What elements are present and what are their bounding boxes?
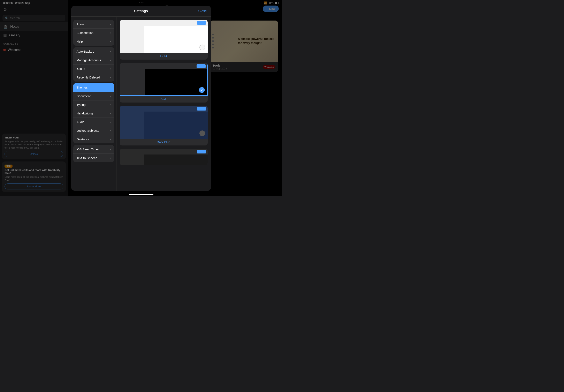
- theme-partial-toolbar: [144, 149, 208, 154]
- settings-item-audio[interactable]: Audio ›: [73, 118, 114, 126]
- theme-light-select-indicator: [199, 45, 205, 50]
- settings-item-help[interactable]: Help ›: [73, 37, 114, 46]
- settings-item-themes[interactable]: Themes: [73, 83, 114, 92]
- theme-darkblue-sidebar: [120, 106, 144, 139]
- settings-item-ios-sleep-timer[interactable]: iOS Sleep Timer ›: [73, 145, 114, 154]
- locked-subjects-label: Locked Subjects: [77, 129, 99, 132]
- close-button[interactable]: Close: [198, 9, 207, 13]
- theme-dark-btn: [197, 64, 206, 68]
- handwriting-chevron: ›: [110, 112, 111, 115]
- settings-item-autobackup[interactable]: Auto-Backup ›: [73, 47, 114, 56]
- settings-group-3: Themes Document › Typing › Handwriting ›: [73, 83, 114, 143]
- theme-card-partial[interactable]: [120, 149, 208, 165]
- document-label: Document: [77, 94, 91, 98]
- theme-partial-sidebar: [120, 149, 144, 165]
- theme-light-main: [144, 20, 208, 53]
- manage-accounts-chevron: ›: [110, 59, 111, 62]
- settings-modal: Settings Close About › Subscription › He…: [71, 6, 211, 191]
- autobackup-chevron: ›: [110, 50, 111, 53]
- locked-subjects-chevron: ›: [110, 129, 111, 132]
- help-label: Help: [77, 40, 83, 43]
- settings-item-typing[interactable]: Typing ›: [73, 100, 114, 109]
- theme-darkblue-main: [144, 106, 208, 139]
- settings-item-manage-accounts[interactable]: Manage Accounts ›: [73, 56, 114, 65]
- settings-group-2: Auto-Backup › Manage Accounts › iCloud ›…: [73, 47, 114, 82]
- settings-sidebar: About › Subscription › Help › Auto-Backu…: [71, 17, 116, 191]
- theme-light-sidebar: [120, 20, 144, 53]
- settings-group-4: iOS Sleep Timer › Text-to-Speech ›: [73, 145, 114, 162]
- settings-group-1: About › Subscription › Help ›: [73, 20, 114, 46]
- theme-partial-btn: [197, 150, 206, 154]
- settings-item-handwriting[interactable]: Handwriting ›: [73, 109, 114, 118]
- handwriting-label: Handwriting: [77, 112, 93, 115]
- text-to-speech-chevron: ›: [110, 156, 111, 159]
- theme-light-btn: [197, 21, 206, 25]
- settings-item-document[interactable]: Document ›: [73, 92, 114, 100]
- theme-darkblue-toolbar: [144, 106, 208, 112]
- settings-item-subscription[interactable]: Subscription ›: [73, 28, 114, 37]
- modal-overlay: Settings Close About › Subscription › He…: [0, 0, 282, 196]
- ios-sleep-timer-label: iOS Sleep Timer: [77, 148, 99, 151]
- recently-deleted-chevron: ›: [110, 76, 111, 79]
- theme-darkblue-select-indicator: [199, 130, 205, 136]
- text-to-speech-label: Text-to-Speech: [77, 156, 97, 160]
- about-label: About: [77, 22, 85, 26]
- settings-item-gestures[interactable]: Gestures ›: [73, 135, 114, 143]
- theme-darkblue-preview: [120, 106, 208, 139]
- theme-light-toolbar: [144, 20, 208, 26]
- audio-chevron: ›: [110, 121, 111, 124]
- home-indicator: [129, 194, 153, 195]
- ios-sleep-timer-chevron: ›: [110, 148, 111, 151]
- manage-accounts-label: Manage Accounts: [77, 58, 101, 62]
- theme-darkblue-btn: [197, 107, 206, 111]
- settings-item-icloud[interactable]: iCloud ›: [73, 65, 114, 73]
- recently-deleted-label: Recently Deleted: [77, 76, 100, 79]
- theme-dark-selected-indicator: ✓: [199, 87, 205, 93]
- theme-card-dark[interactable]: ✓ Dark: [120, 63, 208, 102]
- theme-card-darkblue[interactable]: Dark Blue: [120, 106, 208, 145]
- autobackup-label: Auto-Backup: [77, 50, 94, 53]
- icloud-label: iCloud: [77, 67, 85, 70]
- settings-item-locked-subjects[interactable]: Locked Subjects ›: [73, 126, 114, 135]
- icloud-chevron: ›: [110, 67, 111, 70]
- settings-item-recently-deleted[interactable]: Recently Deleted ›: [73, 73, 114, 82]
- typing-chevron: ›: [110, 103, 111, 106]
- theme-dark-toolbar: [145, 63, 207, 69]
- about-chevron: ›: [110, 23, 111, 26]
- typing-label: Typing: [77, 103, 86, 106]
- theme-card-light[interactable]: Light: [120, 20, 208, 60]
- settings-content: Light ✓ Dark: [116, 17, 211, 191]
- theme-light-label: Light: [120, 53, 208, 60]
- theme-partial-preview: [120, 149, 208, 165]
- theme-dark-main: [145, 63, 207, 95]
- gestures-chevron: ›: [110, 138, 111, 141]
- settings-item-about[interactable]: About ›: [73, 20, 114, 28]
- settings-title: Settings: [134, 9, 148, 13]
- settings-item-text-to-speech[interactable]: Text-to-Speech ›: [73, 154, 114, 162]
- settings-body: About › Subscription › Help › Auto-Backu…: [71, 17, 211, 191]
- subscription-chevron: ›: [110, 31, 111, 34]
- themes-label: Themes: [77, 86, 88, 89]
- theme-light-preview: [120, 20, 208, 53]
- subscription-label: Subscription: [77, 31, 94, 35]
- document-chevron: ›: [110, 95, 111, 98]
- theme-dark-sidebar: [120, 63, 145, 95]
- theme-dark-preview: ✓: [120, 63, 208, 96]
- theme-partial-main: [144, 149, 208, 165]
- gestures-label: Gestures: [77, 138, 89, 141]
- theme-dark-label: Dark: [120, 96, 208, 102]
- audio-label: Audio: [77, 120, 84, 124]
- help-chevron: ›: [110, 40, 111, 43]
- theme-darkblue-label: Dark Blue: [120, 139, 208, 145]
- settings-header: Settings Close: [71, 6, 211, 17]
